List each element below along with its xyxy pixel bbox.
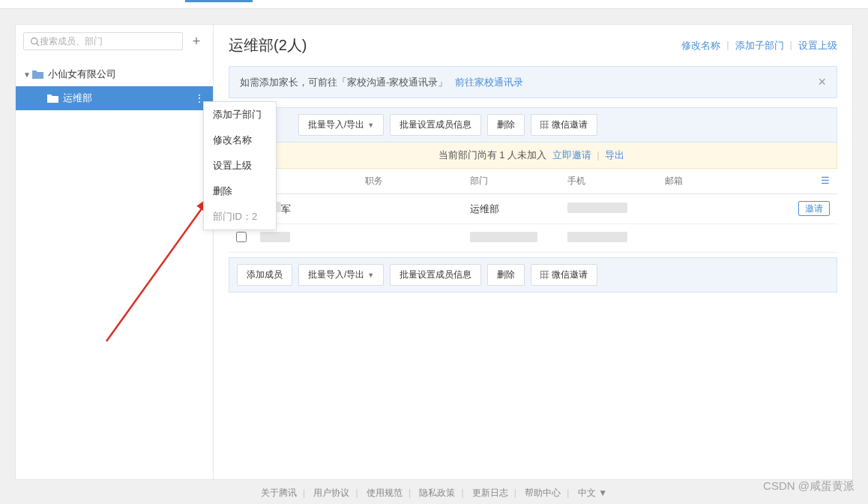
batch-set-button[interactable]: 批量设置成员信息	[390, 114, 481, 136]
blurred-name	[260, 232, 290, 242]
add-member-button[interactable]: 添加成员	[237, 264, 292, 286]
blurred-phone	[567, 232, 627, 242]
table-header: 职务 部门 手机 邮箱 ☰	[229, 169, 837, 194]
add-sub-link[interactable]: 添加子部门	[735, 39, 784, 52]
batch-io-button[interactable]: 批量导入/导出▼	[298, 114, 384, 136]
export-link[interactable]: 导出	[605, 149, 624, 160]
batch-set-button[interactable]: 批量设置成员信息	[390, 264, 481, 286]
table-row[interactable]: 军 运维部 邀请	[229, 194, 837, 224]
search-icon	[30, 37, 40, 46]
expand-arrow-icon: ▼	[23, 70, 32, 79]
menu-delete[interactable]: 删除	[204, 178, 276, 204]
col-phone: 手机	[567, 175, 665, 188]
delete-button[interactable]: 删除	[487, 114, 525, 136]
set-parent-link[interactable]: 设置上级	[798, 39, 837, 52]
sidebar: + ▼ 小仙女有限公司 运维部 ⋮	[16, 25, 214, 479]
folder-icon	[32, 70, 43, 79]
table-row[interactable]	[229, 224, 837, 253]
banner-text: 如需添加家长，可前往「家校沟通-家校通讯录」	[240, 76, 447, 89]
row-checkbox[interactable]	[236, 232, 247, 242]
name-suffix: 军	[281, 203, 291, 214]
folder-icon	[47, 94, 58, 103]
main-header: 运维部(2人) 修改名称 | 添加子部门 | 设置上级	[214, 25, 852, 66]
menu-dept-id: 部门ID：2	[204, 204, 276, 230]
add-button[interactable]: +	[187, 32, 205, 50]
col-email: 邮箱	[665, 175, 785, 188]
info-banner: 如需添加家长，可前往「家校沟通-家校通讯录」 前往家校通讯录 ×	[229, 66, 837, 98]
context-menu: 添加子部门 修改名称 设置上级 删除 部门ID：2	[203, 101, 277, 230]
toolbar-top: 添加成员 批量导入/导出▼ 批量设置成员信息 删除 微信邀请	[229, 107, 837, 142]
footer-lang[interactable]: 中文 ▼	[578, 488, 607, 498]
warning-bar: 当前部门尚有 1 人未加入 立即邀请 | 导出	[229, 142, 837, 169]
search-input-wrap[interactable]	[23, 32, 183, 50]
footer: 关于腾讯| 用户协议| 使用规范| 隐私政策| 更新日志| 帮助中心| 中文 ▼	[0, 482, 868, 504]
chevron-down-icon: ▼	[367, 272, 374, 279]
divider: |	[790, 39, 792, 52]
blurred-phone	[567, 202, 627, 213]
divider: |	[726, 39, 729, 52]
dept-tree: ▼ 小仙女有限公司 运维部 ⋮	[16, 58, 213, 110]
banner-link[interactable]: 前往家校通讯录	[455, 76, 523, 89]
svg-point-0	[31, 38, 37, 44]
menu-rename[interactable]: 修改名称	[204, 128, 276, 153]
menu-set-parent[interactable]: 设置上级	[204, 153, 276, 178]
wechat-invite-button[interactable]: 微信邀请	[531, 114, 597, 136]
footer-link[interactable]: 隐私政策	[419, 488, 455, 498]
watermark: CSDN @咸蛋黄派	[763, 479, 855, 494]
close-icon[interactable]: ×	[818, 74, 826, 90]
toolbar-section: 添加成员 批量导入/导出▼ 批量设置成员信息 删除 微信邀请 当前部门尚有 1 …	[229, 107, 837, 292]
rename-link[interactable]: 修改名称	[681, 39, 720, 52]
tree-child-item[interactable]: 运维部 ⋮	[16, 86, 213, 110]
tree-root-label: 小仙女有限公司	[48, 68, 116, 81]
menu-add-sub[interactable]: 添加子部门	[204, 102, 276, 128]
footer-link[interactable]: 更新日志	[472, 488, 508, 498]
batch-io-button[interactable]: 批量导入/导出▼	[298, 264, 384, 286]
svg-line-1	[37, 43, 39, 45]
col-department: 部门	[470, 175, 567, 188]
column-settings-icon[interactable]: ☰	[785, 175, 830, 188]
top-nav-bar	[0, 0, 868, 9]
footer-link[interactable]: 使用规范	[367, 488, 403, 498]
footer-link[interactable]: 用户协议	[313, 488, 349, 498]
invite-now-link[interactable]: 立即邀请	[552, 149, 591, 160]
page-title: 运维部(2人)	[229, 35, 307, 56]
qrcode-icon	[540, 121, 549, 129]
qrcode-icon	[540, 271, 549, 279]
search-row: +	[16, 25, 213, 58]
delete-button[interactable]: 删除	[487, 264, 525, 286]
tree-child-label: 运维部	[63, 92, 92, 105]
blurred-dept	[470, 232, 537, 242]
divider: |	[597, 149, 599, 160]
active-tab-indicator	[185, 0, 253, 2]
tree-root-item[interactable]: ▼ 小仙女有限公司	[16, 62, 213, 86]
wechat-invite-button[interactable]: 微信邀请	[531, 264, 597, 286]
warning-text: 当前部门尚有 1 人未加入	[438, 149, 546, 160]
search-input[interactable]	[40, 36, 176, 46]
main-container: + ▼ 小仙女有限公司 运维部 ⋮ 运维部(2人) 修改名称	[15, 24, 853, 480]
toolbar-bottom: 添加成员 批量导入/导出▼ 批量设置成员信息 删除 微信邀请	[229, 257, 837, 292]
footer-link[interactable]: 帮助中心	[525, 488, 561, 498]
row-dept: 运维部	[470, 202, 567, 216]
chevron-down-icon: ▼	[367, 122, 374, 129]
footer-link[interactable]: 关于腾讯	[261, 488, 297, 498]
invite-button[interactable]: 邀请	[798, 201, 830, 216]
main-panel: 运维部(2人) 修改名称 | 添加子部门 | 设置上级 如需添加家长，可前往「家…	[214, 25, 852, 479]
header-actions: 修改名称 | 添加子部门 | 设置上级	[681, 39, 837, 52]
col-position: 职务	[365, 175, 470, 188]
